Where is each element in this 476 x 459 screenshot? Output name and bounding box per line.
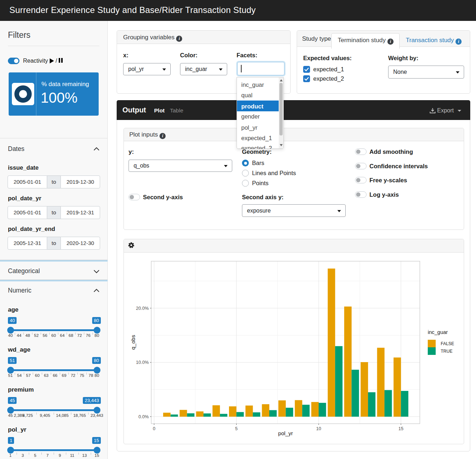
svg-text:0.0%: 0.0% <box>139 414 149 419</box>
svg-text:10: 10 <box>316 426 321 431</box>
svg-text:15: 15 <box>399 426 404 431</box>
svg-text:20.0%: 20.0% <box>136 306 149 311</box>
svg-text:5: 5 <box>235 426 238 431</box>
svg-text:TRUE: TRUE <box>441 349 453 354</box>
svg-text:0: 0 <box>153 426 156 431</box>
svg-text:inc_guar: inc_guar <box>428 329 448 335</box>
svg-text:FALSE: FALSE <box>441 341 454 346</box>
svg-text:10.0%: 10.0% <box>136 360 149 365</box>
svg-text:q_obs: q_obs <box>130 335 136 350</box>
svg-text:pol_yr: pol_yr <box>278 430 293 436</box>
